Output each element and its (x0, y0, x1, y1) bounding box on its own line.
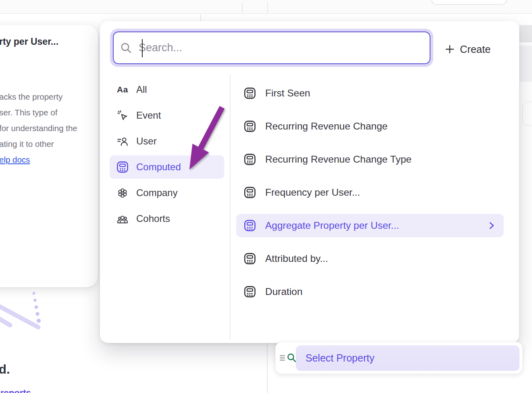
property-item-recurring-revenue-change-type[interactable]: Recurring Revenue Change Type (236, 148, 504, 171)
property-item-label: Recurring Revenue Change Type (265, 154, 411, 165)
calculator-icon (243, 285, 256, 298)
property-item-duration[interactable]: Duration (236, 280, 504, 303)
property-picker-modal: Create Aa All Event User (100, 21, 519, 343)
sidebar-item-computed[interactable]: Computed (110, 155, 224, 179)
property-item-label: Frequency per User... (265, 187, 360, 198)
search-field[interactable] (113, 31, 430, 64)
property-item-label: Duration (265, 286, 303, 297)
tooltip-title: rty per User... (0, 36, 58, 47)
sidebar-item-event[interactable]: Event (110, 104, 224, 127)
search-icon (120, 42, 132, 54)
cohorts-people-icon (116, 212, 129, 225)
calculator-icon (243, 219, 256, 232)
property-item-label: Recurring Revenue Change (265, 121, 388, 132)
calculator-icon (243, 120, 256, 133)
background-column-divider (200, 14, 201, 21)
tooltip-body: acks the property ser. This type of for … (0, 89, 77, 167)
sidebar-item-cohorts[interactable]: Cohorts (110, 207, 224, 230)
background-card-edge (522, 102, 532, 126)
background-panel-edge (520, 46, 532, 82)
sidebar-item-label: User (136, 136, 157, 147)
background-column-divider (242, 2, 243, 13)
calculator-icon (243, 186, 256, 199)
text-caret (142, 39, 143, 57)
create-button-label: Create (460, 44, 491, 55)
text-format-icon: Aa (116, 83, 129, 96)
picker-column-divider (230, 75, 231, 339)
calculator-icon (116, 161, 129, 174)
tooltip-body-line: ser. This type of (0, 105, 77, 120)
background-column-divider (267, 2, 268, 13)
property-item-first-seen[interactable]: First Seen (236, 82, 504, 105)
property-item-label: Attributed by... (265, 253, 328, 264)
property-selector-bar: Select Property (275, 342, 523, 374)
sidebar-item-label: Company (136, 187, 178, 199)
event-cursor-icon (116, 109, 129, 122)
search-input[interactable] (132, 41, 430, 54)
sidebar-item-label: Event (136, 110, 161, 121)
select-property-button[interactable]: Select Property (296, 345, 520, 371)
drag-handle-icon[interactable] (279, 354, 286, 362)
property-item-label: Aggregate Property per User... (265, 220, 399, 231)
select-property-label: Select Property (296, 352, 374, 364)
property-description-tooltip: rty per User... acks the property ser. T… (0, 25, 98, 287)
tooltip-body-line: for understanding the (0, 120, 77, 136)
plus-icon (445, 44, 455, 54)
background-partial-button (431, 0, 507, 5)
calculator-icon (243, 153, 256, 166)
sidebar-item-all[interactable]: Aa All (110, 78, 224, 101)
tooltip-body-line: ating it to other (0, 136, 77, 152)
chevron-right-icon (488, 221, 495, 230)
sidebar-item-user[interactable]: User (110, 130, 224, 153)
background-heading-fragment: d. (0, 362, 10, 377)
create-button[interactable]: Create (445, 40, 491, 59)
property-item-attributed-by[interactable]: Attributed by... (236, 247, 504, 270)
calculator-icon (243, 252, 256, 265)
background-panel-edge (520, 25, 532, 42)
tooltip-body-line: acks the property (0, 89, 77, 105)
property-item-label: First Seen (265, 88, 310, 99)
sidebar-item-label: Cohorts (136, 213, 170, 224)
sidebar-item-label: Computed (136, 161, 181, 173)
property-item-frequency-per-user[interactable]: Frequency per User... (236, 181, 504, 204)
help-docs-link[interactable]: elp docs (0, 155, 30, 164)
background-link-fragment[interactable]: reports (0, 388, 31, 393)
decorative-lines (0, 302, 44, 334)
calculator-icon (243, 87, 256, 100)
sidebar-item-label: All (136, 84, 147, 95)
sidebar-item-company[interactable]: Company (110, 181, 224, 205)
background-column-divider (267, 343, 268, 393)
search-field-glow (110, 29, 433, 67)
property-item-recurring-revenue-change[interactable]: Recurring Revenue Change (236, 115, 504, 138)
user-icon (116, 135, 129, 148)
company-cluster-icon (116, 186, 129, 199)
property-item-aggregate-property-per-user[interactable]: Aggregate Property per User... (236, 214, 504, 237)
